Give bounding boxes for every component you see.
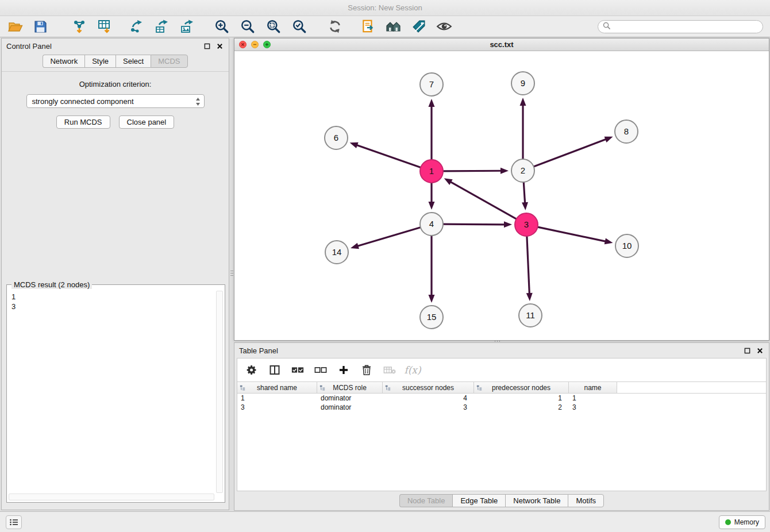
maximize-window-icon[interactable] [263,41,271,48]
search-input[interactable] [613,22,758,32]
show-columns-icon[interactable] [267,363,282,377]
cell-successor-nodes[interactable]: 4 [383,394,474,403]
run-mcds-button[interactable]: Run MCDS [56,115,110,129]
mcds-tab-content: Optimization criterion: strongly connect… [2,71,229,129]
network-canvas[interactable]: 7968124314101511 [234,51,769,340]
cell-name[interactable]: 1 [569,394,617,403]
optimization-criterion-select[interactable]: strongly connected component [26,94,205,108]
zoom-out-icon[interactable] [240,18,256,34]
vertical-splitter-handle[interactable] [230,265,233,280]
column-header-name[interactable]: name [569,382,617,393]
tab-style[interactable]: Style [84,55,116,68]
graph-edge-2-8[interactable] [534,139,607,167]
graph-edge-3-10[interactable] [538,227,606,241]
cell-predecessor-nodes[interactable]: 1 [474,394,569,403]
graph-node-label: 7 [429,79,434,89]
column-header-predecessor-nodes[interactable]: predecessor nodes [474,382,569,393]
import-network-icon[interactable] [71,18,87,34]
function-builder-label: f(x) [404,364,421,376]
table-settings-gear-icon[interactable] [244,363,259,377]
mcds-result-line: 3 [11,302,220,311]
graph-edge-1-2[interactable] [443,171,502,171]
export-table-icon[interactable] [154,18,170,34]
network-view-window: scc.txt 7968124314101511 [234,38,769,341]
search-field[interactable] [598,20,763,33]
sort-icon[interactable] [319,384,325,392]
cell-mcds-role[interactable]: dominator [317,394,383,403]
open-file-icon[interactable] [7,18,24,34]
column-label: shared name [257,384,297,392]
close-table-panel-icon[interactable] [755,346,764,355]
close-window-icon[interactable] [239,41,247,48]
unselect-all-columns-icon[interactable] [313,363,328,377]
mcds-result-title: MCDS result (2 nodes) [11,280,92,289]
save-session-icon[interactable] [32,18,48,34]
result-horizontal-scrollbar[interactable] [9,494,214,500]
create-column-plus-icon[interactable] [336,363,351,377]
graph-edge-3-11[interactable] [527,236,529,294]
graph-edge-arrowhead [429,295,435,303]
show-hide-panel-icon[interactable] [360,18,376,34]
graph-edge-4-14[interactable] [357,228,420,246]
graph-edge-2-3[interactable] [523,182,525,203]
sort-icon[interactable] [240,384,245,392]
tab-motifs[interactable]: Motifs [568,494,604,507]
graph-node-label: 2 [521,165,525,175]
graph-edge-1-6[interactable] [356,145,421,167]
cell-shared-name[interactable]: 3 [237,403,317,412]
table-header-row: shared name MCDS role successor nodes pr… [237,381,766,394]
table-row[interactable]: 3 dominator 3 2 3 [237,403,766,412]
graph-edge-arrowhead [350,142,359,148]
function-builder-icon: f(x) [405,363,420,377]
tab-network[interactable]: Network [43,55,84,68]
result-vertical-scrollbar[interactable] [216,291,223,493]
home-icon[interactable] [386,18,402,34]
export-network-icon[interactable] [129,18,145,34]
show-graphics-details-icon[interactable] [436,18,452,34]
float-table-panel-icon[interactable] [742,346,752,355]
graph-node-label: 8 [624,126,629,136]
tab-edge-table[interactable]: Edge Table [452,494,505,507]
apply-layout-icon[interactable] [327,18,343,34]
import-table-icon[interactable] [97,18,113,34]
network-window-titlebar[interactable]: scc.txt [234,38,769,51]
cell-predecessor-nodes[interactable]: 2 [474,403,569,412]
cell-successor-nodes[interactable]: 3 [383,403,474,412]
graph-node-label: 14 [332,247,342,257]
annotations-icon[interactable] [411,18,427,34]
graph-edge-arrowhead [504,221,512,228]
tab-network-table[interactable]: Network Table [505,494,568,507]
select-all-columns-icon[interactable] [290,363,305,377]
tab-mcds[interactable]: MCDS [151,55,187,68]
show-panels-menu-button[interactable] [6,515,22,529]
control-panel-tabs: Network Style Select MCDS [2,55,229,68]
graph-edge-3-1[interactable] [450,182,516,219]
column-header-successor-nodes[interactable]: successor nodes [383,382,474,393]
graph-edge-4-3[interactable] [443,224,505,225]
cell-name[interactable]: 3 [569,403,617,412]
column-header-mcds-role[interactable]: MCDS role [317,382,383,393]
delete-column-trash-icon[interactable] [359,363,374,377]
zoom-in-icon[interactable] [214,18,230,34]
cell-mcds-role[interactable]: dominator [317,403,383,412]
mcds-result-box: MCDS result (2 nodes) 1 3 [6,284,225,503]
table-panel-header: Table Panel [234,343,769,358]
tab-select[interactable]: Select [116,55,151,68]
memory-button[interactable]: Memory [719,515,765,529]
close-panel-icon[interactable] [215,41,224,51]
sort-icon[interactable] [385,384,391,392]
tab-node-table[interactable]: Node Table [399,494,453,507]
float-panel-icon[interactable] [202,41,211,51]
minimize-window-icon[interactable] [251,41,259,48]
close-panel-button[interactable]: Close panel [119,115,175,129]
sort-icon[interactable] [476,384,482,392]
search-icon [603,21,610,32]
table-toolbar: f(x) [237,358,766,381]
export-image-icon[interactable] [179,18,195,34]
table-row[interactable]: 1 dominator 4 1 1 [237,394,766,403]
zoom-fit-icon[interactable] [265,18,282,34]
graph-edge-arrowhead [520,98,526,106]
cell-shared-name[interactable]: 1 [237,394,317,403]
column-header-shared-name[interactable]: shared name [237,382,317,393]
zoom-selected-icon[interactable] [291,18,307,34]
